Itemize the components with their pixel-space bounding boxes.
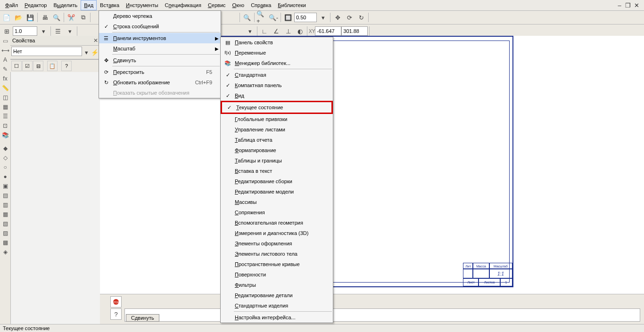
panels-item-12[interactable]: Таблицы и границы bbox=[221, 155, 333, 166]
round-icon[interactable]: ◐ bbox=[294, 25, 305, 37]
properties-close-icon[interactable]: ✕ bbox=[93, 37, 98, 44]
panels-item-24[interactable]: Фильтры bbox=[221, 280, 333, 290]
view-item-0[interactable]: Дерево чертежа bbox=[99, 11, 221, 21]
panels-item-17[interactable]: Сопряжения bbox=[221, 207, 333, 218]
tool-geom-icon[interactable]: ▭ bbox=[1, 37, 9, 45]
panels-item-0[interactable]: ▤Панель свойств bbox=[221, 37, 333, 48]
copy-icon[interactable]: ⧉ bbox=[77, 12, 89, 23]
tool-a-icon[interactable]: ◆ bbox=[1, 144, 9, 153]
coord-y[interactable] bbox=[341, 26, 368, 36]
tool-k-icon[interactable]: ▩ bbox=[1, 238, 9, 247]
tool-spec-icon[interactable]: ▦ bbox=[1, 103, 9, 111]
panels-item-28[interactable]: Настройка интерфейса... bbox=[221, 312, 333, 323]
tool-e-icon[interactable]: ▣ bbox=[1, 182, 9, 190]
tool-h-icon[interactable]: ▦ bbox=[1, 210, 9, 219]
preview-icon[interactable]: 🔍 bbox=[51, 12, 62, 23]
grid-icon[interactable]: ⊞ bbox=[1, 25, 12, 37]
view-item-8[interactable]: ⟳ПерестроитьF5 bbox=[99, 67, 221, 77]
tool-views-icon[interactable]: ⊡ bbox=[1, 121, 9, 130]
angle-icon[interactable]: ∠ bbox=[271, 25, 282, 37]
scale-drop-icon[interactable]: ▾ bbox=[38, 25, 49, 37]
pan-icon[interactable]: ✥ bbox=[332, 12, 343, 23]
panels-item-2[interactable]: 📚Менеджер библиотек... bbox=[221, 58, 333, 68]
zoom-fit-icon[interactable]: 🔍 bbox=[241, 12, 253, 23]
rebuild-icon[interactable]: ⟳ bbox=[344, 12, 355, 23]
zoom-out-icon[interactable]: 🔍- bbox=[268, 12, 279, 23]
properties-type-select[interactable] bbox=[11, 47, 82, 56]
menu-help[interactable]: Справка bbox=[248, 0, 274, 10]
panels-item-19[interactable]: Измерения и диагностика (3D) bbox=[221, 228, 333, 238]
panels-item-7[interactable]: ✓Текущее состояние bbox=[221, 101, 333, 114]
tool-d-icon[interactable]: ● bbox=[1, 172, 9, 181]
new-icon[interactable]: 📄 bbox=[1, 12, 12, 23]
tool-g-icon[interactable]: ▥ bbox=[1, 201, 9, 209]
open-icon[interactable]: 📂 bbox=[13, 12, 24, 23]
zoom-in-icon[interactable]: 🔍+ bbox=[256, 12, 267, 23]
zoom-dropdown-icon[interactable]: ▾ bbox=[317, 12, 329, 23]
prop-btn-1[interactable]: ☐ bbox=[11, 61, 22, 71]
view-item-9[interactable]: ↻Обновить изображениеCtrl+F9 bbox=[99, 77, 221, 88]
panels-item-25[interactable]: Редактирование детали bbox=[221, 290, 333, 300]
stop-icon[interactable]: STOP bbox=[110, 296, 122, 308]
print-icon[interactable]: 🖶 bbox=[39, 12, 50, 23]
menu-select[interactable]: Выделить bbox=[50, 0, 81, 10]
panels-item-4[interactable]: ✓Стандартная bbox=[221, 70, 333, 80]
tool-dim-icon[interactable]: ⟷ bbox=[1, 46, 9, 55]
menu-window[interactable]: Окно bbox=[229, 0, 248, 10]
panels-item-21[interactable]: Элементы листового тела bbox=[221, 249, 333, 259]
layers-icon[interactable]: ☰ bbox=[52, 25, 64, 37]
zoom-window-icon[interactable]: 🔲 bbox=[282, 12, 294, 23]
panels-item-10[interactable]: Таблица отчета bbox=[221, 135, 333, 145]
tool-l-icon[interactable]: ◈ bbox=[1, 248, 9, 256]
view-item-6[interactable]: ✥Сдвинуть bbox=[99, 55, 221, 65]
tab-move[interactable]: Сдвинуть bbox=[126, 314, 159, 322]
properties-type-drop-icon[interactable]: ▾ bbox=[82, 47, 91, 58]
panels-item-5[interactable]: ✓Компактная панель bbox=[221, 80, 333, 90]
panels-item-23[interactable]: Поверхности bbox=[221, 269, 333, 280]
panels-item-8[interactable]: Глобальные привязки bbox=[221, 114, 333, 124]
panels-item-1[interactable]: f(x)Переменные bbox=[221, 48, 333, 58]
help-icon[interactable]: ? bbox=[110, 308, 122, 320]
refresh-icon[interactable]: ↻ bbox=[355, 12, 367, 23]
perp-icon[interactable]: ⊥ bbox=[282, 25, 294, 37]
zoom-input[interactable] bbox=[294, 13, 317, 22]
view-item-4[interactable]: Масштаб▶ bbox=[99, 43, 221, 54]
panels-item-11[interactable]: Форматирование bbox=[221, 145, 333, 155]
view-item-1[interactable]: ✓Строка сообщений bbox=[99, 21, 221, 32]
tool-param-icon[interactable]: fx bbox=[1, 74, 9, 83]
menu-editor[interactable]: Редактор bbox=[21, 0, 50, 10]
tool-f-icon[interactable]: ▤ bbox=[1, 191, 9, 200]
menu-service[interactable]: Сервис bbox=[205, 0, 229, 10]
tool-b-icon[interactable]: ◇ bbox=[1, 154, 9, 162]
properties-filter-icon[interactable]: ⚡ bbox=[91, 47, 99, 58]
tool-edit-icon[interactable]: ✎ bbox=[1, 65, 9, 73]
tool-c-icon[interactable]: ○ bbox=[1, 163, 9, 171]
layers-drop-icon[interactable]: ▾ bbox=[64, 25, 75, 37]
panels-item-9[interactable]: Управление листами bbox=[221, 124, 333, 135]
close-button[interactable]: ✕ bbox=[633, 2, 640, 9]
panels-item-16[interactable]: Массивы bbox=[221, 197, 333, 207]
panels-item-6[interactable]: ✓Вид bbox=[221, 90, 333, 101]
panels-item-14[interactable]: Редактирование сборки bbox=[221, 176, 333, 186]
panels-item-15[interactable]: Редактирование модели bbox=[221, 186, 333, 197]
tool-measure-icon[interactable]: 📏 bbox=[1, 84, 9, 92]
scale-input[interactable] bbox=[13, 26, 37, 36]
panels-item-22[interactable]: Пространственные кривые bbox=[221, 259, 333, 269]
tool-report-icon[interactable]: ☰ bbox=[1, 112, 9, 121]
tool-i-icon[interactable]: ▧ bbox=[1, 219, 9, 228]
prop-btn-3[interactable]: ⊟ bbox=[33, 61, 43, 71]
tool-j-icon[interactable]: ▨ bbox=[1, 229, 9, 237]
tool-select-icon[interactable]: ◫ bbox=[1, 93, 9, 102]
view-item-3[interactable]: ☰Панели инструментов▶ bbox=[99, 33, 221, 43]
cut-icon[interactable]: ✂️ bbox=[66, 12, 77, 23]
menu-file[interactable]: Файл bbox=[2, 0, 21, 10]
ortho-icon[interactable]: ∟ bbox=[259, 25, 270, 37]
panels-item-20[interactable]: Элементы оформления bbox=[221, 238, 333, 249]
menu-tools[interactable]: Инструменты bbox=[123, 0, 162, 10]
prop-btn-4[interactable]: 📋 bbox=[47, 61, 58, 71]
menu-libs[interactable]: Библиотеки bbox=[274, 0, 309, 10]
panels-item-13[interactable]: Вставка в текст bbox=[221, 166, 333, 176]
maximize-button[interactable]: ❐ bbox=[624, 2, 632, 9]
menu-spec[interactable]: Спецификация bbox=[162, 0, 205, 10]
menu-insert[interactable]: Вставка bbox=[97, 0, 123, 10]
